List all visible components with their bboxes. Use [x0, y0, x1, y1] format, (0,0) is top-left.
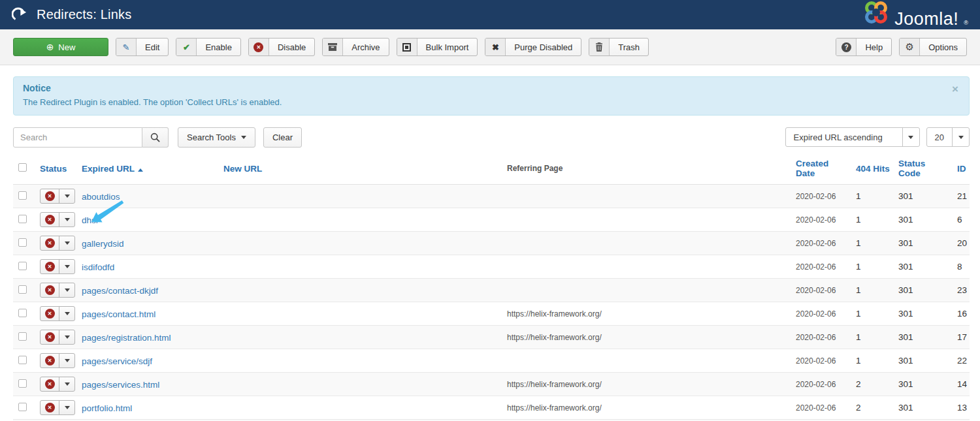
- row-checkbox[interactable]: [18, 356, 27, 364]
- status-dropdown-toggle[interactable]: [59, 401, 74, 414]
- chevron-down-icon: [65, 195, 70, 198]
- status-disabled-button[interactable]: ✕: [41, 189, 59, 203]
- column-header-expired-url[interactable]: Expired URL: [79, 153, 221, 185]
- status-dropdown-toggle[interactable]: [59, 189, 74, 203]
- check-icon: ✔: [183, 42, 190, 52]
- status-disabled-button[interactable]: ✕: [41, 401, 59, 414]
- created-date-cell: 2020-02-06: [793, 349, 853, 373]
- page-size-select[interactable]: 20: [926, 127, 970, 147]
- chevron-down-icon: [65, 242, 70, 245]
- expired-url-link[interactable]: pages/services.html: [82, 380, 159, 390]
- referring-page-cell: https://helix-framework.org/: [504, 396, 793, 420]
- disabled-status-icon: ✕: [45, 332, 55, 342]
- status-disabled-button[interactable]: ✕: [41, 377, 59, 391]
- search-input[interactable]: [13, 127, 142, 148]
- status-dropdown-toggle[interactable]: [59, 354, 74, 367]
- column-header-status-code[interactable]: Status Code: [896, 153, 955, 185]
- page-title: Redirects: Links: [37, 7, 131, 22]
- close-icon[interactable]: ×: [952, 84, 958, 95]
- enable-button[interactable]: ✔ Enable: [176, 38, 240, 56]
- status-split-button: ✕: [40, 306, 75, 321]
- sort-ascending-icon: [138, 168, 143, 172]
- clear-button[interactable]: Clear: [263, 127, 302, 148]
- options-button[interactable]: ⚙ Options: [899, 38, 967, 56]
- sort-order-select[interactable]: Expired URL ascending: [785, 127, 920, 147]
- expired-url-link[interactable]: pages/registration.html: [82, 333, 171, 343]
- row-checkbox[interactable]: [18, 309, 27, 317]
- referring-page-cell: https://helix-framework.org/: [504, 373, 793, 396]
- status-split-button: ✕: [40, 189, 75, 204]
- status-code-cell: 301: [896, 279, 955, 302]
- expired-url-link[interactable]: aboutdios: [82, 192, 120, 202]
- status-disabled-button[interactable]: ✕: [41, 260, 59, 273]
- expired-url-link[interactable]: portfolio.html: [82, 403, 132, 413]
- status-disabled-button[interactable]: ✕: [41, 213, 59, 226]
- status-disabled-button[interactable]: ✕: [41, 354, 59, 367]
- chevron-down-icon: [65, 335, 70, 339]
- id-cell: 16: [955, 302, 970, 326]
- id-cell: 17: [955, 326, 970, 349]
- new-button[interactable]: ⊕ New: [13, 38, 108, 56]
- created-date-cell: 2020-02-06: [793, 185, 853, 208]
- status-code-cell: 301: [896, 326, 955, 349]
- expired-url-link[interactable]: gallerydsid: [82, 239, 124, 249]
- id-cell: 23: [955, 279, 970, 302]
- table-row: ✕ dhsi 2020-02-06 1 301 6: [13, 208, 970, 232]
- expired-url-link[interactable]: pages/contact.html: [82, 309, 155, 319]
- search-tools-button[interactable]: Search Tools: [178, 127, 255, 148]
- trash-button[interactable]: Trash: [589, 38, 649, 56]
- expired-url-link[interactable]: dhsi: [82, 215, 98, 225]
- disabled-status-icon: ✕: [45, 191, 55, 201]
- status-split-button: ✕: [40, 400, 75, 415]
- expired-url-link[interactable]: pages/service/sdjf: [82, 356, 152, 366]
- column-header-new-url[interactable]: New URL: [221, 153, 504, 185]
- referring-page-cell: [504, 232, 793, 255]
- row-checkbox[interactable]: [18, 191, 27, 200]
- status-dropdown-toggle[interactable]: [59, 307, 74, 320]
- status-dropdown-toggle[interactable]: [59, 283, 74, 297]
- help-button[interactable]: ? Help: [836, 38, 892, 56]
- status-disabled-button[interactable]: ✕: [41, 330, 59, 344]
- new-url-cell: [221, 279, 504, 302]
- chevron-down-icon: [65, 359, 70, 362]
- row-checkbox[interactable]: [18, 332, 27, 341]
- registered-mark: ®: [964, 20, 968, 26]
- status-dropdown-toggle[interactable]: [59, 213, 74, 226]
- row-checkbox[interactable]: [18, 215, 27, 223]
- disable-button[interactable]: ✕ Disable: [248, 38, 315, 56]
- archive-button[interactable]: Archive: [322, 38, 389, 56]
- chevron-down-icon: [908, 136, 913, 139]
- status-dropdown-toggle[interactable]: [59, 377, 74, 391]
- row-checkbox[interactable]: [18, 379, 27, 388]
- status-dropdown-toggle[interactable]: [59, 260, 74, 273]
- row-checkbox[interactable]: [18, 285, 27, 294]
- column-header-id[interactable]: ID: [955, 153, 970, 185]
- column-header-status[interactable]: Status: [37, 153, 79, 185]
- status-code-cell: 301: [896, 302, 955, 326]
- table-row: ✕ isdifodfd 2020-02-06 1 301 8: [13, 255, 970, 279]
- redirects-table-body: ✕ aboutdios 2020-02-06 1 301 21 ✕: [13, 185, 970, 421]
- referring-page-cell: [504, 349, 793, 373]
- chevron-down-icon: [65, 218, 70, 221]
- expired-url-link[interactable]: pages/contact-dkjdf: [82, 286, 158, 296]
- column-header-referring-page[interactable]: Referring Page: [504, 153, 793, 185]
- purge-disabled-button[interactable]: ✖ Purge Disabled: [485, 38, 581, 56]
- status-disabled-button[interactable]: ✕: [41, 283, 59, 297]
- row-checkbox[interactable]: [18, 403, 27, 411]
- column-header-created-date[interactable]: Created Date: [793, 153, 853, 185]
- table-row: ✕ pages/registration.html https://helix-…: [13, 326, 970, 349]
- edit-button[interactable]: ✎ Edit: [116, 38, 169, 56]
- expired-url-link[interactable]: isdifodfd: [82, 262, 114, 272]
- status-dropdown-toggle[interactable]: [59, 236, 74, 250]
- search-submit-button[interactable]: [142, 127, 169, 148]
- status-disabled-button[interactable]: ✕: [41, 236, 59, 250]
- column-header-404-hits[interactable]: 404 Hits: [853, 153, 896, 185]
- redirects-table: Status Expired URL New URL Referring Pag…: [13, 153, 970, 421]
- row-checkbox[interactable]: [18, 262, 27, 270]
- bulk-import-button[interactable]: Bulk Import: [397, 38, 478, 56]
- status-disabled-button[interactable]: ✕: [41, 307, 59, 320]
- select-all-checkbox[interactable]: [18, 163, 27, 172]
- status-dropdown-toggle[interactable]: [59, 330, 74, 344]
- row-checkbox[interactable]: [18, 238, 27, 247]
- chevron-down-icon: [958, 136, 964, 139]
